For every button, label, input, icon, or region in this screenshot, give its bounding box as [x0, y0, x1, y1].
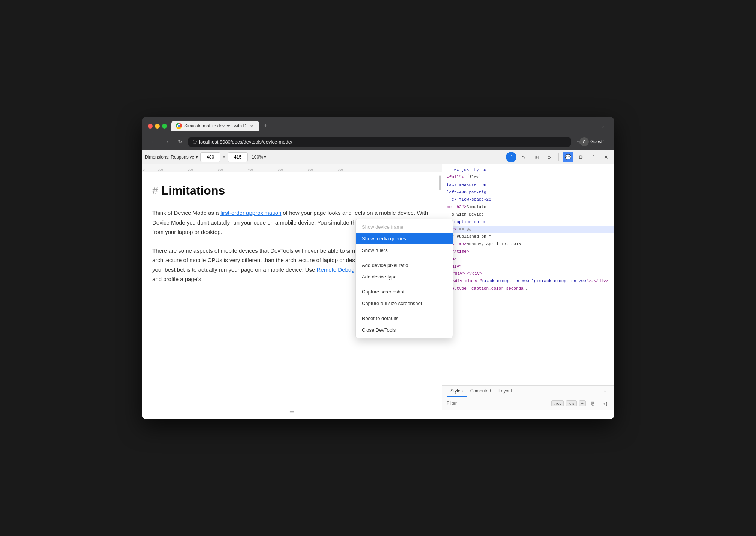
add-style-button[interactable]: +: [579, 400, 586, 406]
reload-button[interactable]: ↻: [175, 136, 185, 147]
dom-area: -flex justify-co -full"> flex tack measu…: [442, 164, 614, 385]
dom-line: … p.type--caption.color-seconda …: [442, 285, 614, 293]
scrollbar-thumb[interactable]: [439, 175, 441, 190]
cm-capture-full-screenshot[interactable]: Capture full size screenshot: [356, 298, 453, 309]
ruler-tick: 200: [187, 168, 217, 171]
chat-icon[interactable]: 💬: [562, 152, 573, 162]
first-order-link[interactable]: first-order approximation: [220, 210, 282, 216]
toggle-style-icon[interactable]: ◁: [600, 398, 610, 408]
tab-styles[interactable]: Styles: [447, 386, 466, 397]
url-bar[interactable]: ⓘ localhost:8080/docs/devtools/device-mo…: [188, 137, 571, 147]
styles-filter-bar: :hov .cls + ⎘ ◁: [442, 397, 614, 410]
more-button[interactable]: ⋮: [598, 136, 608, 147]
new-tab-button[interactable]: +: [261, 121, 271, 131]
equals-sign: == $0: [459, 227, 471, 232]
forward-button[interactable]: →: [161, 136, 172, 147]
dimensions-dropdown-icon: ▾: [196, 154, 198, 160]
ruler-tick: 500: [277, 168, 307, 171]
tabs-row: Simulate mobile devices with D ✕ + ⌄: [171, 121, 608, 131]
page-heading: # Limitations: [152, 184, 431, 198]
lock-icon: ⓘ: [193, 139, 197, 145]
dom-line: pe--h2">Simulate: [442, 204, 614, 211]
cm-show-rulers[interactable]: Show rulers: [356, 244, 453, 256]
url-text: localhost:8080/docs/devtools/device-mode…: [199, 139, 292, 145]
dom-line: tack measure-lon: [442, 181, 614, 189]
overflow-icon[interactable]: »: [544, 152, 555, 162]
styles-panel: Styles Computed Layout » :hov .cls + ⎘ ◁: [442, 385, 614, 419]
ruler-tick: 400: [247, 168, 277, 171]
tab-title: Simulate mobile devices with D: [184, 123, 246, 129]
dimension-separator: ×: [223, 154, 225, 160]
browser-actions: ☆ G Guest ⋮: [574, 136, 608, 147]
main-area: 0 100 200 300 400 500 600 700 # Limitati…: [142, 164, 614, 419]
cm-reset-to-defaults[interactable]: Reset to defaults: [356, 313, 453, 324]
dom-line: s with Device: [442, 211, 614, 219]
menu-divider: [356, 258, 453, 258]
close-button[interactable]: [148, 124, 153, 129]
browser-tab[interactable]: Simulate mobile devices with D ✕: [171, 121, 259, 131]
dom-line: </p>: [442, 256, 614, 263]
ruler: 0 100 200 300 400 500 600 700: [142, 164, 442, 172]
close-devtools-icon[interactable]: ✕: [601, 152, 611, 162]
screen-toggle-icon[interactable]: ⊞: [531, 152, 542, 162]
cm-add-device-type[interactable]: Add device type: [356, 271, 453, 283]
title-bar: Simulate mobile devices with D ✕ + ⌄: [142, 117, 614, 134]
settings-icon[interactable]: ⚙: [575, 152, 586, 162]
menu-divider: [356, 284, 453, 284]
zoom-selector[interactable]: 100% ▾: [252, 154, 266, 160]
more-tabs-icon[interactable]: »: [600, 386, 610, 396]
dom-line-selected[interactable]: xt"> == $0: [442, 226, 614, 234]
minimize-button[interactable]: [155, 124, 160, 129]
back-button[interactable]: ←: [148, 136, 158, 147]
dimensions-label: Dimensions: Responsive: [145, 154, 194, 160]
dimensions-selector[interactable]: Dimensions: Responsive ▾: [145, 154, 198, 160]
dom-line: </time>: [442, 248, 614, 256]
width-input[interactable]: [200, 152, 220, 162]
styles-tabs: Styles Computed Layout »: [442, 386, 614, 397]
devtools-emulation-toolbar: Dimensions: Responsive ▾ × 100% ▾ ⋮ ↖ ⊞ …: [142, 150, 614, 164]
scroll-hint: ═: [290, 409, 294, 415]
traffic-lights: [148, 124, 167, 129]
avatar: G: [580, 137, 589, 146]
kebab-menu-icon[interactable]: ⋮: [588, 152, 598, 162]
hov-button[interactable]: :hov: [551, 400, 564, 406]
cm-close-devtools[interactable]: Close DevTools: [356, 324, 453, 336]
profile-button[interactable]: G Guest: [586, 136, 596, 147]
dom-line: ck flow-space-20: [442, 196, 614, 204]
dom-line: -flex justify-co: [442, 166, 614, 174]
cm-show-device-frame[interactable]: Show device frame: [356, 221, 453, 233]
ruler-tick: 600: [307, 168, 337, 171]
dom-line: </div>: [442, 263, 614, 271]
styles-filter-input[interactable]: [447, 401, 549, 406]
dom-line: left-400 pad-rig: [442, 189, 614, 196]
tab-close-button[interactable]: ✕: [249, 123, 255, 129]
copy-style-icon[interactable]: ⎘: [588, 398, 598, 408]
menu-divider: [356, 311, 453, 311]
zoom-dropdown-icon: ▾: [264, 154, 266, 160]
cls-button[interactable]: .cls: [566, 400, 577, 406]
cm-show-media-queries[interactable]: Show media queries: [356, 233, 453, 244]
dom-line: " Published on ": [442, 233, 614, 241]
dom-line: <time>Monday, April 13, 2015: [442, 241, 614, 248]
devtools-panel: -flex justify-co -full"> flex tack measu…: [442, 164, 614, 419]
height-input[interactable]: [228, 152, 248, 162]
dom-line: e--caption color: [442, 219, 614, 226]
cursor-icon[interactable]: ↖: [519, 152, 529, 162]
browser-window: Simulate mobile devices with D ✕ + ⌄ ← →…: [142, 117, 614, 419]
tab-favicon: [176, 123, 182, 129]
flex-badge: flex: [468, 174, 480, 181]
dom-line: ▶ <div class="stack-exception-600 lg:sta…: [442, 278, 614, 285]
heading-text: Limitations: [161, 184, 225, 198]
hash-icon: #: [152, 185, 158, 197]
ruler-tick: 300: [217, 168, 247, 171]
tab-layout[interactable]: Layout: [495, 386, 516, 397]
dom-line: -full"> flex: [442, 174, 614, 181]
cm-capture-screenshot[interactable]: Capture screenshot: [356, 286, 453, 298]
more-options-button[interactable]: ⋮: [506, 152, 516, 162]
tab-menu-button[interactable]: ⌄: [598, 121, 608, 130]
zoom-label: 100%: [252, 154, 263, 160]
cm-add-device-pixel-ratio[interactable]: Add device pixel ratio: [356, 259, 453, 271]
maximize-button[interactable]: [162, 124, 167, 129]
ruler-tick: 100: [157, 168, 187, 171]
tab-computed[interactable]: Computed: [466, 386, 495, 397]
